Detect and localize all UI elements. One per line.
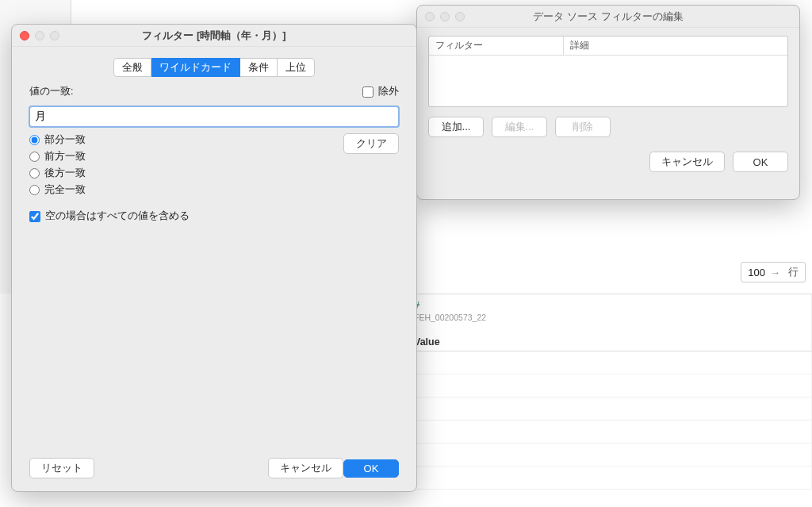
add-button[interactable]: 追加... [428, 117, 484, 137]
zoom-icon[interactable] [50, 31, 59, 40]
exclude-checkbox[interactable] [362, 86, 373, 98]
column-header-value[interactable]: Value [414, 336, 803, 348]
cancel-button[interactable]: キャンセル [649, 152, 725, 172]
include-all-if-empty[interactable]: 空の場合はすべての値を含める [29, 209, 399, 223]
edit-button: 編集... [492, 117, 547, 137]
match-label: 値の一致: [29, 85, 73, 98]
close-icon[interactable] [20, 31, 29, 40]
include-all-checkbox[interactable] [29, 211, 40, 222]
cell-value [406, 467, 812, 489]
radio-starts[interactable]: 前方一致 [29, 150, 86, 163]
dialog-titlebar[interactable]: データ ソース フィルターの編集 [417, 6, 799, 28]
datasource-filter-dialog: データ ソース フィルターの編集 フィルター 詳細 追加... 編集... 削除… [416, 5, 800, 200]
column-source: FEH_00200573_22 [414, 313, 803, 322]
cell-value [406, 444, 812, 466]
minimize-icon[interactable] [440, 12, 450, 21]
minimize-icon[interactable] [35, 31, 44, 40]
filter-list[interactable]: フィルター 詳細 [428, 36, 788, 107]
match-input[interactable] [29, 106, 399, 127]
cancel-button[interactable]: キャンセル [268, 458, 343, 478]
tab-general[interactable]: 全般 [113, 58, 151, 77]
cell-value [406, 421, 812, 443]
row-count-suffix: 行 [788, 265, 799, 279]
tab-wildcard[interactable]: ワイルドカード [151, 58, 240, 77]
ok-button[interactable]: OK [343, 459, 399, 478]
cell-value [406, 351, 812, 374]
tab-condition[interactable]: 条件 [240, 58, 278, 77]
row-count-selector[interactable]: 100 → 行 [741, 262, 806, 282]
radio-contains[interactable]: 部分一致 [29, 133, 86, 147]
detail-col-header: 詳細 [564, 36, 787, 55]
dialog-title: データ ソース フィルターの編集 [533, 10, 683, 24]
zoom-icon[interactable] [455, 12, 465, 21]
close-icon[interactable] [425, 12, 435, 21]
row-count-value: 100 [748, 267, 765, 278]
radio-exact[interactable]: 完全一致 [29, 183, 86, 197]
clear-button[interactable]: クリア [343, 133, 399, 154]
exclude-toggle[interactable]: 除外 [362, 85, 399, 98]
filter-tabs: 全般 ワイルドカード 条件 上位 [12, 58, 416, 77]
reset-button[interactable]: リセット [29, 458, 94, 478]
wildcard-filter-dialog: フィルター [時間軸（年・月）] 全般 ワイルドカード 条件 上位 値の一致: … [11, 24, 417, 492]
ok-button[interactable]: OK [733, 152, 788, 172]
arrow-right-icon: → [770, 267, 780, 278]
cell-value [406, 374, 812, 397]
remove-button: 削除 [555, 117, 611, 137]
cell-value [406, 398, 812, 420]
tab-top[interactable]: 上位 [278, 58, 315, 77]
dialog-titlebar[interactable]: フィルター [時間軸（年・月）] [12, 25, 416, 47]
dialog-title: フィルター [時間軸（年・月）] [142, 29, 285, 43]
radio-ends[interactable]: 後方一致 [29, 167, 86, 180]
filter-col-header: フィルター [429, 36, 564, 55]
